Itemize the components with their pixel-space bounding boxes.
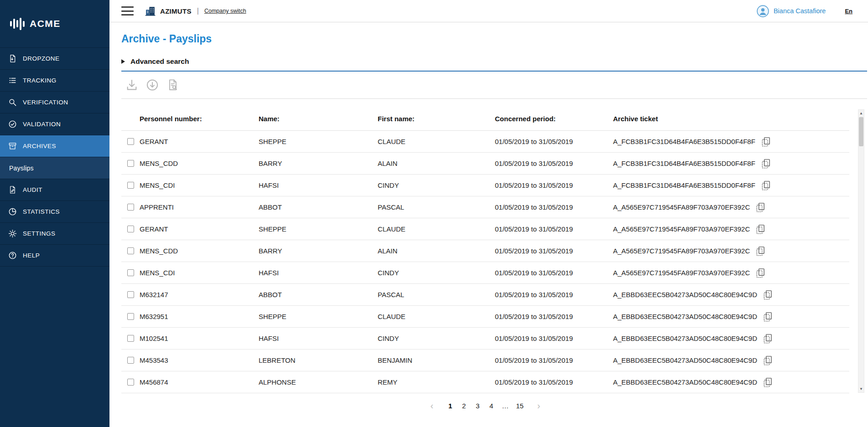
row-checkbox[interactable] [127,138,134,145]
row-ticket-cell: A_FCB3B1FC31D64B4FA6E3B515DD0F4F8F [613,158,849,169]
archives-icon [8,142,17,150]
copy-ticket-icon[interactable] [763,376,773,388]
row-checkbox[interactable] [127,335,134,342]
table-row: MENS_CDI HAFSI CINDY 01/05/2019 to 31/05… [121,262,849,284]
row-checkbox[interactable] [127,379,134,386]
sidebar-item-tracking[interactable]: TRACKING [0,70,109,92]
user-name[interactable]: Bianca Castafiore [774,7,826,15]
help-icon [8,251,17,260]
row-name: ALPHONSE [259,378,378,386]
scrollbar-down-icon[interactable]: ▼ [858,386,864,392]
language-switcher[interactable]: En [845,8,852,15]
hamburger-menu-icon[interactable] [121,6,134,15]
row-checkbox-cell [121,160,140,167]
row-personnel-number: GERANT [140,225,259,233]
copy-ticket-icon[interactable] [763,355,773,366]
row-name: HAFSI [259,181,378,189]
copy-ticket-icon[interactable] [755,267,766,278]
copy-ticket-icon[interactable] [763,289,773,300]
settings-icon [8,229,17,238]
row-checkbox-cell [121,247,140,254]
row-name: SHEPPE [259,138,378,145]
verification-icon [8,98,17,107]
sidebar-item-archives[interactable]: ARCHIVES [0,135,109,157]
row-checkbox[interactable] [127,247,134,254]
row-checkbox[interactable] [127,226,134,232]
row-personnel-number: M632951 [140,313,259,320]
pagination-page-4[interactable]: 4 [488,402,494,410]
page-title: Archive - Payslips [121,33,868,45]
document-search-icon[interactable] [166,78,179,92]
header-name: Name: [259,115,378,123]
sidebar-item-help[interactable]: HELP [0,245,109,267]
copy-ticket-icon[interactable] [755,245,766,257]
row-checkbox[interactable] [127,313,134,320]
acme-logo: ACME [0,0,109,47]
row-archive-ticket: A_FCB3B1FC31D64B4FA6E3B515DD0F4F8F [613,181,755,189]
copy-ticket-icon[interactable] [763,311,773,322]
header-concerned-period: Concerned period: [495,115,613,123]
row-checkbox[interactable] [127,160,134,167]
toolbar [121,72,867,99]
row-ticket-cell: A_EBBD63EEC5B04273AD50C48C80E94C9D [613,355,849,366]
row-ticket-cell: A_FCB3B1FC31D64B4FA6E3B515DD0F4F8F [613,136,849,147]
download-icon[interactable] [125,78,138,92]
advanced-search-toggle[interactable]: Advanced search [121,57,867,72]
table-row: M456874 ALPHONSE REMY 01/05/2019 to 31/0… [121,371,849,393]
acme-logo-icon [10,17,25,31]
row-name: HAFSI [259,269,378,277]
copy-ticket-icon[interactable] [755,223,766,235]
row-name: SHEPPE [259,225,378,233]
pagination-page-15[interactable]: 15 [516,402,524,410]
row-first-name: PASCAL [378,291,495,298]
row-checkbox[interactable] [127,357,134,364]
sidebar-item-audit[interactable]: AUDIT [0,179,109,201]
sidebar-item-settings[interactable]: SETTINGS [0,223,109,245]
pagination-page-3[interactable]: 3 [474,402,481,410]
sidebar-item-dropzone[interactable]: DROPZONE [0,48,109,70]
row-checkbox[interactable] [127,204,134,211]
main-area: AZIMUTS | Company switch Bianca Castafio… [109,0,868,427]
row-checkbox[interactable] [127,269,134,276]
row-first-name: CINDY [378,334,495,342]
dropzone-icon [8,54,17,63]
sidebar-item-verification[interactable]: VERIFICATION [0,92,109,113]
row-concerned-period: 01/05/2019 to 31/05/2019 [495,356,613,364]
pagination-next[interactable]: › [537,401,541,410]
row-concerned-period: 01/05/2019 to 31/05/2019 [495,138,613,145]
table-row: GERANT SHEPPE CLAUDE 01/05/2019 to 31/05… [121,131,849,153]
sidebar-item-payslips[interactable]: Payslips [0,157,109,179]
copy-ticket-icon[interactable] [761,180,771,191]
pagination-page-1[interactable]: 1 [447,402,453,410]
row-concerned-period: 01/05/2019 to 31/05/2019 [495,159,613,167]
row-checkbox[interactable] [127,182,134,189]
table-row: MENS_CDI HAFSI CINDY 01/05/2019 to 31/05… [121,175,849,196]
table-header: Personnel number: Name: First name: Conc… [121,99,849,131]
row-archive-ticket: A_EBBD63EEC5B04273AD50C48C80E94C9D [613,313,757,320]
company-switch-link[interactable]: Company switch [204,8,246,14]
pagination-page-2[interactable]: 2 [461,402,467,410]
advanced-search-label: Advanced search [130,57,189,66]
copy-ticket-icon[interactable] [761,158,771,169]
pagination-prev[interactable]: ‹ [430,401,433,410]
table-scrollbar[interactable]: ▲ ▼ [858,109,864,393]
row-archive-ticket: A_FCB3B1FC31D64B4FA6E3B515DD0F4F8F [613,159,755,167]
sidebar-item-statistics[interactable]: STATISTICS [0,201,109,223]
download-circle-icon[interactable] [146,78,159,92]
row-checkbox[interactable] [127,291,134,298]
row-concerned-period: 01/05/2019 to 31/05/2019 [495,269,613,277]
copy-ticket-icon[interactable] [755,201,766,213]
user-avatar-icon[interactable] [757,5,769,17]
copy-ticket-icon[interactable] [763,333,773,344]
row-name: LEBRETON [259,356,378,364]
row-archive-ticket: A_A565E97C719545FA89F703A970EF392C [613,225,750,233]
scrollbar-thumb[interactable] [859,117,863,146]
scrollbar-up-icon[interactable]: ▲ [858,110,864,117]
app-window: ACME DROPZONE TRACKING VERIFICATION VALI… [0,0,868,427]
sidebar-item-validation[interactable]: VALIDATION [0,113,109,135]
table-row: M632147 ABBOT PASCAL 01/05/2019 to 31/05… [121,284,849,306]
row-personnel-number: APPRENTI [140,203,259,211]
row-checkbox-cell [121,379,140,386]
row-archive-ticket: A_FCB3B1FC31D64B4FA6E3B515DD0F4F8F [613,138,755,145]
copy-ticket-icon[interactable] [761,136,771,147]
